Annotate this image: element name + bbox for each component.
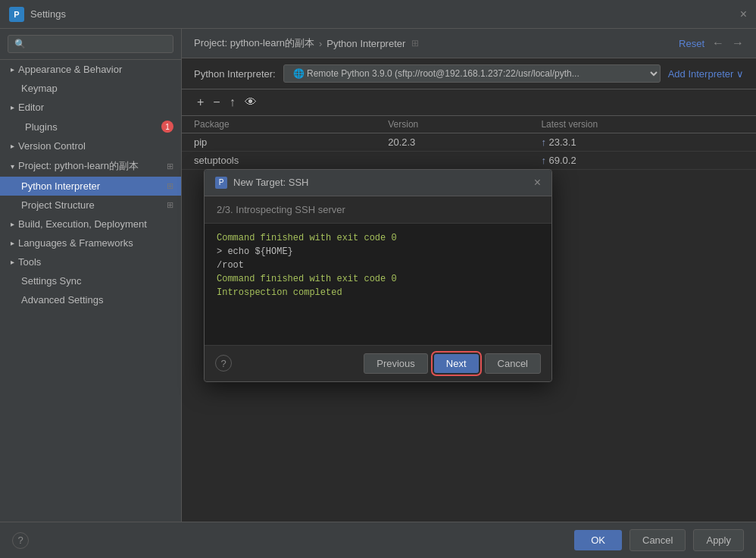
- sidebar-item-version-control[interactable]: ▸ Version Control: [0, 136, 181, 155]
- sidebar-item-label: Advanced Settings: [21, 294, 103, 306]
- log-line-4: Command finished with exit code 0: [217, 274, 539, 284]
- log-line-3: /root: [217, 260, 539, 271]
- modal-close-button[interactable]: ×: [534, 176, 541, 190]
- col-package: Package: [182, 116, 376, 133]
- update-icon: ↑: [541, 136, 548, 148]
- window-title: Settings: [30, 8, 66, 20]
- breadcrumb-arrow: ›: [319, 38, 322, 49]
- latest-version: 69.0.2: [549, 155, 576, 166]
- modal-log: Command finished with exit code 0 > echo…: [205, 224, 551, 345]
- package-version: 20.2.3: [376, 133, 529, 152]
- sidebar-item-python-interpreter[interactable]: Python Interpreter ⊞: [0, 177, 181, 196]
- sidebar-item-label: Appearance & Behavior: [18, 64, 122, 75]
- module-icon: ⊞: [411, 38, 419, 49]
- log-line-1: Command finished with exit code 0: [217, 233, 539, 243]
- search-input[interactable]: [8, 35, 173, 53]
- packages-table: Package Version Latest version pip 20.2.…: [182, 116, 756, 170]
- settings-icon: ⊞: [167, 200, 173, 210]
- sidebar-item-label: Editor: [18, 102, 44, 113]
- col-version: Version: [376, 116, 529, 133]
- interpreter-label: Python Interpreter:: [194, 68, 276, 80]
- expand-arrow: ▸: [11, 220, 14, 228]
- sidebar-item-label: Keymap: [21, 83, 58, 94]
- search-box[interactable]: [0, 29, 181, 60]
- remove-package-button[interactable]: −: [210, 94, 223, 111]
- interpreter-select[interactable]: 🌐 Remote Python 3.9.0 (sftp://root@192.1…: [283, 64, 661, 83]
- update-icon: ↑: [541, 155, 548, 166]
- sidebar-item-languages[interactable]: ▸ Languages & Frameworks: [0, 234, 181, 252]
- sidebar-item-label: Build, Execution, Deployment: [18, 218, 147, 230]
- title-bar: P Settings ×: [0, 0, 756, 29]
- apply-button[interactable]: Apply: [693, 529, 744, 551]
- col-latest: Latest version: [529, 116, 756, 133]
- sidebar-item-editor[interactable]: ▸ Editor: [0, 98, 181, 117]
- expand-arrow: ▸: [11, 65, 14, 74]
- svg-text:P: P: [14, 10, 19, 19]
- modal-cancel-button[interactable]: Cancel: [485, 353, 541, 374]
- bottom-bar: ? OK Cancel Apply: [0, 522, 756, 558]
- package-name: pip: [182, 133, 376, 152]
- sidebar-item-label: Plugins: [25, 121, 58, 133]
- reset-button[interactable]: Reset: [679, 38, 704, 49]
- modal-footer: ? Previous Next Cancel: [205, 345, 551, 381]
- sidebar-item-build[interactable]: ▸ Build, Execution, Deployment: [0, 215, 181, 234]
- package-version: [376, 152, 529, 170]
- sidebar-item-label: Tools: [18, 256, 41, 268]
- sidebar-item-label: Languages & Frameworks: [18, 237, 133, 249]
- modal-logo: P: [215, 177, 227, 189]
- add-interpreter-button[interactable]: Add Interpreter ∨: [668, 68, 744, 80]
- sidebar-item-settings-sync[interactable]: Settings Sync: [0, 271, 181, 290]
- sidebar-item-label: Python Interpreter: [21, 180, 100, 192]
- sidebar-item-project[interactable]: ▾ Project: python-learn的副本 ⊞: [0, 155, 181, 177]
- sidebar-item-project-structure[interactable]: Project Structure ⊞: [0, 196, 181, 215]
- show-details-button[interactable]: 👁: [242, 94, 260, 111]
- modal-step: 2/3. Introspecting SSH server: [205, 196, 551, 224]
- package-latest: ↑ 69.0.2: [529, 152, 756, 170]
- modal-title: New Target: SSH: [233, 177, 308, 188]
- breadcrumb: Project: python-learn的副本 › Python Interp…: [194, 36, 419, 50]
- sidebar-item-tools[interactable]: ▸ Tools: [0, 252, 181, 271]
- expand-arrow: ▾: [11, 162, 14, 171]
- app-logo: P: [9, 7, 24, 22]
- modal-header: P New Target: SSH ×: [205, 170, 551, 196]
- sidebar: ▸ Appearance & Behavior Keymap ▸ Editor …: [0, 29, 182, 522]
- modal-help-button[interactable]: ?: [215, 355, 232, 371]
- sidebar-item-plugins[interactable]: Plugins 1: [0, 117, 181, 136]
- upgrade-package-button[interactable]: ↑: [226, 94, 239, 111]
- help-button[interactable]: ?: [12, 532, 29, 549]
- expand-arrow: ▸: [11, 258, 14, 266]
- ssh-modal: P New Target: SSH × 2/3. Introspecting S…: [204, 169, 552, 382]
- sidebar-item-label: Settings Sync: [21, 275, 82, 287]
- cancel-button[interactable]: Cancel: [629, 529, 686, 551]
- content-header: Project: python-learn的副本 › Python Interp…: [182, 29, 756, 58]
- table-row: pip 20.2.3 ↑ 23.3.1: [182, 133, 756, 152]
- sidebar-item-appearance[interactable]: ▸ Appearance & Behavior: [0, 60, 181, 79]
- settings-icon: ⊞: [167, 181, 173, 191]
- next-button[interactable]: Next: [434, 354, 479, 373]
- plugin-badge: 1: [161, 121, 173, 133]
- forward-button[interactable]: →: [732, 36, 744, 50]
- sidebar-item-label: Project: python-learn的副本: [18, 159, 139, 173]
- package-name: setuptools: [182, 152, 376, 170]
- interpreter-row: Python Interpreter: 🌐 Remote Python 3.9.…: [182, 58, 756, 89]
- expand-arrow: ▸: [11, 103, 14, 111]
- breadcrumb-page: Python Interpreter: [326, 38, 405, 49]
- expand-arrow: ▸: [11, 142, 14, 150]
- expand-arrow: ▸: [11, 239, 14, 247]
- ok-button[interactable]: OK: [574, 530, 622, 550]
- back-button[interactable]: ←: [712, 36, 724, 50]
- log-line-2: > echo ${HOME}: [217, 246, 539, 257]
- breadcrumb-project: Project: python-learn的副本: [194, 36, 314, 50]
- packages-toolbar: + − ↑ 👁: [182, 89, 756, 116]
- sidebar-item-keymap[interactable]: Keymap: [0, 79, 181, 98]
- settings-icon: ⊞: [167, 161, 173, 171]
- sidebar-item-label: Project Structure: [21, 199, 95, 211]
- sidebar-item-advanced-settings[interactable]: Advanced Settings: [0, 290, 181, 309]
- previous-button[interactable]: Previous: [364, 353, 428, 374]
- sidebar-item-label: Version Control: [18, 140, 86, 152]
- close-icon[interactable]: ×: [740, 8, 747, 21]
- add-package-button[interactable]: +: [194, 94, 207, 111]
- header-actions: Reset ← →: [679, 36, 744, 50]
- table-row: setuptools ↑ 69.0.2: [182, 152, 756, 170]
- latest-version: 23.3.1: [549, 136, 576, 148]
